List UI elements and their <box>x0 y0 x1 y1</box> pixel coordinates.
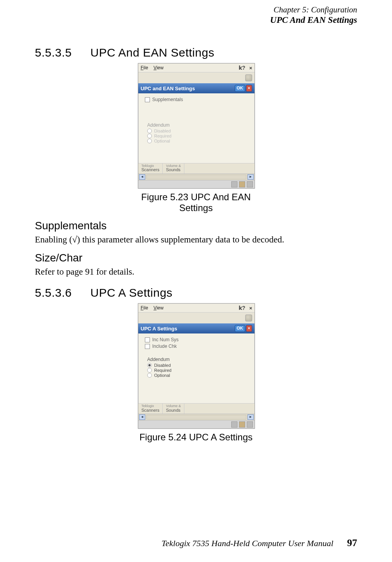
radio-optional[interactable] <box>147 139 152 143</box>
tray-icon[interactable] <box>231 421 237 428</box>
scroll-left-icon[interactable]: ◄ <box>139 174 145 180</box>
toolbar-icon[interactable] <box>245 315 252 321</box>
checkbox-include-chk[interactable] <box>145 344 150 349</box>
figure-caption-1: Figure 5.23 UPC And EAN Settings <box>138 192 254 213</box>
scroll-right-icon[interactable]: ► <box>248 414 254 420</box>
ok-button[interactable]: OK <box>235 325 245 332</box>
help-icon[interactable]: 𝗸? <box>239 65 246 71</box>
scroll-left-icon[interactable]: ◄ <box>139 414 145 420</box>
tab-scanners[interactable]: Teklogix Scanners <box>138 404 163 414</box>
tray-icon[interactable] <box>247 181 253 187</box>
page-number: 97 <box>347 537 357 548</box>
radio-disabled[interactable] <box>147 129 152 133</box>
section-number-1: 5.5.3.5 <box>35 46 72 59</box>
checkbox-supplementals[interactable] <box>145 97 150 102</box>
horizontal-scrollbar[interactable]: ◄ ► <box>138 174 254 180</box>
sub-heading-supplementals: Supplementals <box>35 220 357 232</box>
tab-sounds[interactable]: Volume & Sounds <box>163 163 184 174</box>
cancel-button[interactable]: × <box>246 325 252 332</box>
tray-icon[interactable] <box>239 421 245 428</box>
radio-disabled[interactable] <box>147 363 152 368</box>
horizontal-scrollbar[interactable]: ◄ ► <box>138 414 254 420</box>
menu-view[interactable]: VViewiew <box>153 305 163 311</box>
close-icon[interactable]: × <box>249 305 252 311</box>
toolbar-icon[interactable] <box>245 74 252 81</box>
radio-required[interactable] <box>147 368 152 373</box>
sub-heading-sizechar: Size/Char <box>35 252 357 264</box>
tray-icon[interactable] <box>247 421 253 428</box>
radio-optional[interactable] <box>147 373 152 378</box>
menu-view[interactable]: VViewiew <box>153 65 163 70</box>
menu-file[interactable]: FFileile <box>141 65 148 70</box>
ok-button[interactable]: OK <box>235 85 245 92</box>
section-title-2: UPC A Settings <box>90 286 172 299</box>
addendum-group-label: Addendum <box>147 357 251 362</box>
tray-icon[interactable] <box>239 181 245 187</box>
cancel-button[interactable]: × <box>246 85 252 92</box>
radio-required[interactable] <box>147 134 152 138</box>
tab-scanners[interactable]: Teklogix Scanners <box>138 163 163 174</box>
screenshot-upc-ean: FFileile VViewiew 𝗸? × UPC and EAN Setti… <box>138 63 255 189</box>
tab-sounds[interactable]: Volume & Sounds <box>163 404 184 414</box>
help-icon[interactable]: 𝗸? <box>239 305 246 311</box>
taskbar <box>138 420 254 428</box>
addendum-group-label: Addendum <box>147 122 251 128</box>
section-title-1: UPC And EAN Settings <box>90 46 214 59</box>
dialog-title: UPC A Settings <box>141 326 177 332</box>
body-supplementals: Enabling (√) this parameter allows suppl… <box>35 234 357 246</box>
header-section: UPC And EAN Settings <box>35 15 357 26</box>
footer-manual-title: Teklogix 7535 Hand-Held Computer User Ma… <box>162 538 333 548</box>
dialog-title: UPC and EAN Settings <box>141 86 195 91</box>
checkbox-label: Supplementals <box>152 97 183 102</box>
close-icon[interactable]: × <box>249 65 252 71</box>
checkbox-inc-num-sys[interactable] <box>145 337 150 342</box>
header-chapter: Chapter 5: Configuration <box>35 5 357 15</box>
checkbox-label: Inc Num Sys <box>152 337 179 342</box>
taskbar <box>138 180 254 188</box>
scroll-right-icon[interactable]: ► <box>248 174 254 180</box>
menu-file[interactable]: FFileile <box>141 305 148 311</box>
screenshot-upc-a: FFileile VViewiew 𝗸? × UPC A Settings OK… <box>138 303 255 429</box>
checkbox-label: Include Chk <box>152 344 177 349</box>
section-number-2: 5.5.3.6 <box>35 286 72 299</box>
tray-icon[interactable] <box>231 181 237 187</box>
body-sizechar: Refer to page 91 for details. <box>35 266 357 278</box>
figure-caption-2: Figure 5.24 UPC A Settings <box>138 432 254 443</box>
